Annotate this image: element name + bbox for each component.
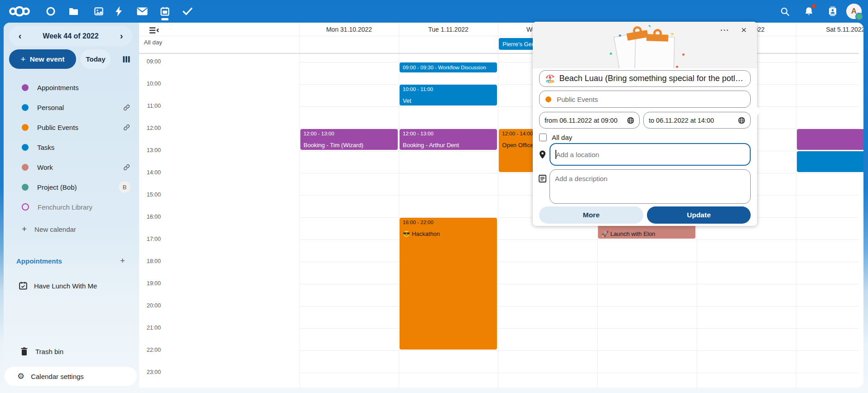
nextcloud-logo-icon[interactable]	[8, 0, 31, 23]
more-button[interactable]: More	[539, 206, 643, 224]
location-input[interactable]: Add a location	[550, 143, 751, 166]
hour-line	[299, 328, 859, 329]
activity-app-icon[interactable]	[107, 0, 130, 23]
contacts-icon[interactable]	[823, 0, 843, 23]
active-app-indicator	[161, 18, 169, 20]
start-datetime-input[interactable]: from 06.11.2022 at 09:00	[539, 112, 640, 129]
column-line	[796, 23, 796, 388]
calendar-label: Work	[37, 163, 53, 171]
calendar-event[interactable]: 09:00 - 09:30 - Workflow Discussion	[400, 62, 497, 72]
all-day-checkbox[interactable]: All day	[539, 133, 572, 141]
calendar-event[interactable]	[797, 151, 863, 172]
time-label: 09:00	[139, 58, 161, 65]
plus-icon: +	[21, 54, 26, 64]
hour-line	[299, 284, 859, 284]
close-icon[interactable]: ×	[737, 24, 751, 36]
new-event-button[interactable]: + New event	[9, 49, 76, 69]
popup-actions-menu-button[interactable]: ···	[718, 24, 732, 37]
allday-row-label: All day	[139, 39, 162, 46]
circle-app-icon[interactable]	[39, 0, 62, 23]
day-header: Mon 31.10.2022	[299, 24, 399, 35]
sidebar-calendar-work[interactable]: Work	[9, 157, 134, 177]
calendar-check-icon	[19, 282, 27, 290]
time-label: 23:00	[139, 369, 161, 375]
sidebar-calendar-public-events[interactable]: Public Events	[9, 117, 134, 137]
time-label: 12:00	[139, 125, 161, 131]
time-label: 22:00	[139, 347, 161, 353]
hour-line	[299, 350, 859, 351]
mail-app-icon[interactable]	[131, 0, 154, 23]
today-button[interactable]: Today	[81, 49, 111, 69]
sidebar-calendar-tasks[interactable]: Tasks	[9, 137, 134, 157]
trash-icon	[21, 347, 28, 355]
hour-line	[299, 262, 859, 262]
calendar-color-dot	[22, 184, 29, 191]
time-label: 17:00	[139, 236, 161, 242]
timezone-globe-icon[interactable]	[627, 117, 634, 124]
calendar-color-dot	[22, 144, 29, 151]
update-button[interactable]: Update	[647, 206, 751, 224]
calendar-event[interactable]: 10:00 - 11:00Vet	[400, 85, 497, 105]
timezone-globe-icon[interactable]	[738, 117, 745, 124]
trash-bin-item[interactable]: Trash bin	[9, 341, 134, 361]
files-app-icon[interactable]	[62, 0, 85, 23]
time-label: 10:00	[139, 81, 161, 87]
time-label: 15:00	[139, 192, 161, 198]
week-label: Week 44 of 2022	[43, 32, 98, 40]
calendar-color-dot	[22, 164, 29, 171]
calendar-event[interactable]: 12:00 - 13:00Booking - Arthur Dent	[400, 129, 497, 150]
sidebar-calendar-personal[interactable]: Personal	[9, 97, 134, 117]
column-line	[498, 23, 498, 388]
add-appointment-button[interactable]: +	[120, 256, 125, 266]
event-title-input[interactable]: 🏖️ Beach Luau (Bring something special f…	[539, 70, 751, 87]
time-label: 13:00	[139, 147, 161, 153]
event-title-emoji: 🏖️	[545, 74, 555, 84]
calendar-select[interactable]: Public Events	[539, 91, 751, 108]
next-week-button[interactable]: ›	[113, 26, 130, 46]
calendar-label: Tasks	[37, 144, 54, 151]
search-icon[interactable]	[775, 0, 795, 23]
tasks-app-icon[interactable]	[176, 0, 199, 23]
day-header: Sat 5.11.2022	[796, 24, 863, 35]
event-editor-popup: ··· × 🏖️ Beach Luau (Bring something spe…	[533, 22, 757, 226]
avatar-badge: B	[119, 181, 130, 193]
time-label: 16:00	[139, 214, 161, 220]
plus-icon: +	[22, 224, 27, 234]
photos-app-icon[interactable]	[87, 0, 110, 23]
new-calendar-button[interactable]: + New calendar	[9, 219, 134, 239]
sidebar-calendar-project-bob-[interactable]: Project (Bob)B	[9, 177, 134, 197]
notifications-bell-icon[interactable]	[799, 0, 819, 23]
description-input[interactable]: Add a description	[550, 169, 751, 204]
checkbox[interactable]	[539, 134, 547, 141]
week-selector[interactable]: ‹ Week 44 of 2022 ›	[9, 26, 132, 46]
view-columns-icon[interactable]	[121, 53, 132, 65]
appointments-section-heading: Appointments +	[16, 254, 134, 267]
calendar-event[interactable]: 12:00 - 13:00Booking - Tim (Wizard)	[300, 129, 398, 150]
online-status-dot	[855, 13, 863, 20]
calendar-event[interactable]	[797, 129, 863, 150]
previous-week-button[interactable]: ‹	[12, 26, 28, 46]
avatar[interactable]: A	[846, 4, 862, 19]
notification-dot	[812, 4, 816, 8]
time-label: 11:00	[139, 103, 161, 109]
appointment-item-have-lunch[interactable]: Have Lunch With Me	[9, 276, 134, 296]
column-line	[299, 23, 300, 388]
location-pin-icon	[539, 150, 546, 161]
calendar-color-dot	[545, 96, 551, 102]
calendar-settings-button[interactable]: ⚙ Calendar settings	[5, 367, 137, 386]
hour-line	[299, 306, 859, 307]
calendar-label: Public Events	[37, 124, 78, 131]
view-menu-icon[interactable]	[149, 27, 159, 36]
calendar-label: Personal	[37, 104, 64, 111]
share-link-icon	[123, 163, 130, 171]
sidebar-calendar-appointments[interactable]: Appointments	[9, 77, 134, 97]
calendar-color-dot	[22, 84, 29, 91]
end-datetime-input[interactable]: to 06.11.2022 at 14:00	[643, 112, 751, 129]
sidebar-calendar-fenchurch-library[interactable]: Fenchurch Library	[9, 197, 134, 217]
calendar-event[interactable]: 16:00 - 22:00😎 Hackathon	[400, 218, 497, 350]
calendar-color-dot	[22, 124, 29, 131]
time-label: 20:00	[139, 302, 161, 309]
share-link-icon	[123, 104, 130, 111]
calendar-ring	[22, 203, 29, 211]
top-header-bar: A	[0, 0, 868, 23]
